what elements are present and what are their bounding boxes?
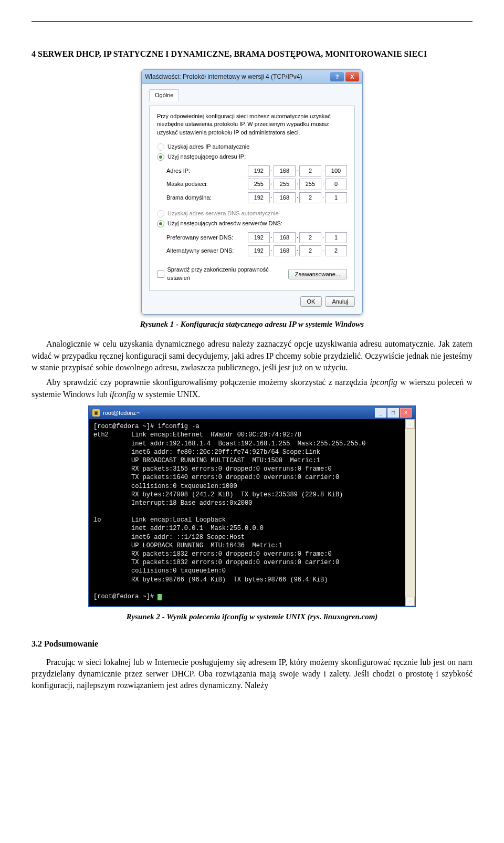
paragraph-3: Pracując w sieci lokalnej lub w Internec… [32, 657, 472, 692]
field-label: Adres IP: [166, 167, 190, 175]
mask-input[interactable]: 255. 255. 255. 0 [248, 179, 347, 190]
ip-octet[interactable]: 2 [325, 245, 347, 256]
code-term: ifconfig [110, 390, 135, 399]
field-label: Maska podsieci: [166, 180, 208, 188]
ip-octet[interactable]: 168 [274, 245, 296, 256]
cursor-icon [158, 594, 162, 600]
code-term: ipconfig [370, 378, 397, 387]
ip-group: Adres IP: 192. 168. 2. 100 Maska podsiec… [157, 165, 347, 203]
ip-octet[interactable]: 255 [274, 179, 296, 190]
field-gateway: Brama domyślna: 192. 168. 2. 1 [166, 192, 347, 203]
field-label: Alternatywny serwer DNS: [166, 247, 234, 255]
tab-general[interactable]: Ogólne [149, 89, 179, 101]
ip-octet[interactable]: 1 [325, 232, 347, 243]
radio-dns-manual[interactable]: Użyj następujących adresów serwerów DNS: [157, 220, 347, 227]
ip-octet[interactable]: 168 [274, 192, 296, 203]
terminal-title-left: ▣ root@fedora:~ [92, 409, 140, 417]
maximize-icon[interactable]: □ [387, 408, 399, 418]
close-icon[interactable]: X [345, 72, 359, 81]
dialog-titlebar[interactable]: Właściwości: Protokół internetowy w wers… [142, 70, 362, 84]
radio-icon [157, 143, 164, 151]
check-validate[interactable]: Sprawdź przy zakończeniu poprawność usta… [157, 266, 288, 282]
ip-octet[interactable]: 192 [248, 192, 270, 203]
section-heading: 4 SERWER DHCP, IP STATYCZNE I DYNAMICZNE… [32, 48, 472, 60]
ip-octet[interactable]: 100 [325, 165, 347, 176]
advanced-button[interactable]: Zaawansowane... [288, 269, 347, 279]
radio-dns-auto: Uzyskaj adres serwera DNS automatycznie [157, 210, 347, 217]
scrollbar[interactable]: ▲ ▼ [405, 419, 415, 606]
figure-2: ▣ root@fedora:~ _ □ × [root@fedora ~]# i… [32, 405, 472, 622]
ip-octet[interactable]: 2 [299, 192, 321, 203]
radio-icon [157, 153, 164, 161]
radio-icon [157, 210, 164, 217]
terminal-text: [root@fedora ~]# ifconfig -a eth2 Link e… [93, 423, 365, 600]
ip-octet[interactable]: 2 [299, 232, 321, 243]
figure-1: Właściwości: Protokół internetowy w wers… [32, 69, 472, 330]
ip-octet[interactable]: 192 [248, 245, 270, 256]
terminal-window: ▣ root@fedora:~ _ □ × [root@fedora ~]# i… [88, 405, 416, 607]
figure-2-caption: Rysunek 2 - Wynik polecenia ifconfig w s… [127, 611, 378, 622]
tab-panel: Przy odpowiedniej konfiguracji sieci moż… [149, 106, 355, 291]
scroll-down-icon[interactable]: ▼ [405, 597, 415, 606]
text: Aby sprawdzić czy poprawnie skonfigurowa… [46, 378, 370, 387]
dialog-title: Właściwości: Protokół internetowy w wers… [145, 72, 302, 81]
minimize-icon[interactable]: _ [375, 408, 386, 418]
terminal-title: root@fedora:~ [103, 409, 140, 417]
dialog-body: Ogólne Przy odpowiedniej konfiguracji si… [142, 84, 362, 314]
window-buttons: ? X [330, 72, 359, 81]
dns-pref-input[interactable]: 192. 168. 2. 1 [248, 232, 347, 243]
radio-ip-manual[interactable]: Użyj następującego adresu IP: [157, 153, 347, 161]
page-top-rule [32, 21, 472, 22]
radio-icon [157, 220, 164, 227]
field-label: Preferowany serwer DNS: [166, 234, 233, 242]
paragraph-2: Aby sprawdzić czy poprawnie skonfigurowa… [32, 377, 472, 400]
ip-octet[interactable]: 192 [248, 232, 270, 243]
ip-octet[interactable]: 168 [274, 165, 296, 176]
ip-input[interactable]: 192. 168. 2. 100 [248, 165, 347, 176]
ip-octet[interactable]: 2 [299, 165, 321, 176]
ip-octet[interactable]: 0 [325, 179, 347, 190]
ip-octet[interactable]: 192 [248, 165, 270, 176]
terminal-window-buttons: _ □ × [375, 408, 412, 418]
radio-label: Użyj następujących adresów serwerów DNS: [167, 220, 282, 227]
field-mask: Maska podsieci: 255. 255. 255. 0 [166, 179, 347, 190]
dialog-description: Przy odpowiedniej konfiguracji sieci moż… [157, 112, 347, 137]
text: w systemie UNIX. [135, 390, 201, 399]
terminal-icon: ▣ [92, 409, 100, 417]
help-icon[interactable]: ? [330, 72, 344, 81]
scroll-up-icon[interactable]: ▲ [405, 419, 415, 429]
bottom-row: Sprawdź przy zakończeniu poprawność usta… [157, 264, 347, 284]
field-dns-alt: Alternatywny serwer DNS: 192. 168. 2. 2 [166, 245, 347, 256]
checkbox-icon [157, 270, 164, 278]
dns-group: Preferowany serwer DNS: 192. 168. 2. 1 A… [157, 232, 347, 257]
field-label: Brama domyślna: [166, 194, 212, 202]
ip-octet[interactable]: 2 [299, 245, 321, 256]
ok-cancel-row: OK Anuluj [149, 296, 355, 307]
cancel-button[interactable]: Anuluj [325, 296, 355, 307]
field-dns-pref: Preferowany serwer DNS: 192. 168. 2. 1 [166, 232, 347, 243]
radio-label: Uzyskaj adres IP automatycznie [167, 143, 249, 151]
field-ip: Adres IP: 192. 168. 2. 100 [166, 165, 347, 176]
dns-alt-input[interactable]: 192. 168. 2. 2 [248, 245, 347, 256]
radio-label: Uzyskaj adres serwera DNS automatycznie [167, 210, 279, 217]
terminal-body: [root@fedora ~]# ifconfig -a eth2 Link e… [89, 419, 415, 606]
ip-octet[interactable]: 255 [248, 179, 270, 190]
close-icon[interactable]: × [400, 408, 412, 418]
ok-button[interactable]: OK [300, 296, 322, 307]
ip-octet[interactable]: 168 [274, 232, 296, 243]
radio-ip-auto[interactable]: Uzyskaj adres IP automatycznie [157, 143, 347, 151]
figure-1-caption: Rysunek 1 - Konfiguracja statycznego adr… [140, 319, 364, 330]
gateway-input[interactable]: 192. 168. 2. 1 [248, 192, 347, 203]
tabstrip: Ogólne [149, 89, 355, 101]
terminal-titlebar[interactable]: ▣ root@fedora:~ _ □ × [89, 407, 415, 419]
paragraph-1: Analogicznie w celu uzyskania dynamiczne… [32, 338, 472, 373]
radio-label: Użyj następującego adresu IP: [167, 153, 246, 161]
terminal-output[interactable]: [root@fedora ~]# ifconfig -a eth2 Link e… [89, 419, 405, 606]
subsection-heading: 3.2 Podsumowanie [32, 638, 472, 650]
check-label: Sprawdź przy zakończeniu poprawność usta… [167, 266, 288, 282]
ip-octet[interactable]: 1 [325, 192, 347, 203]
ip-octet[interactable]: 255 [299, 179, 321, 190]
ipv4-properties-dialog: Właściwości: Protokół internetowy w wers… [141, 69, 363, 315]
scroll-track[interactable] [405, 429, 415, 597]
